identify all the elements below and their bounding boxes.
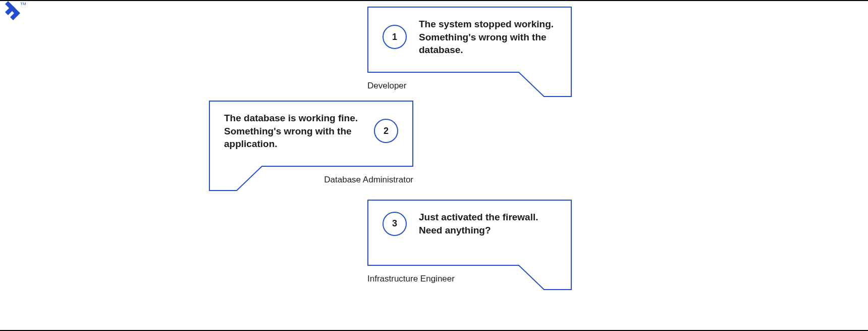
trademark: TM xyxy=(20,2,26,6)
role-label-3: Infrastructure Engineer xyxy=(367,274,455,284)
diagram-stage: TM 1 The system stopped working. Somethi… xyxy=(0,0,868,331)
message-2: The database is working fine. Something'… xyxy=(224,112,362,151)
message-3: Just activated the firewall. Need anythi… xyxy=(419,211,562,237)
step-number-2: 2 xyxy=(374,119,398,143)
message-1: The system stopped working. Something's … xyxy=(419,18,562,57)
svg-marker-1 xyxy=(10,6,20,20)
step-number-1: 1 xyxy=(383,25,407,49)
brand-logo: TM xyxy=(0,0,30,29)
role-label-2: Database Administrator xyxy=(324,175,413,185)
role-label-1: Developer xyxy=(367,81,407,91)
step-number-3: 3 xyxy=(383,212,407,236)
